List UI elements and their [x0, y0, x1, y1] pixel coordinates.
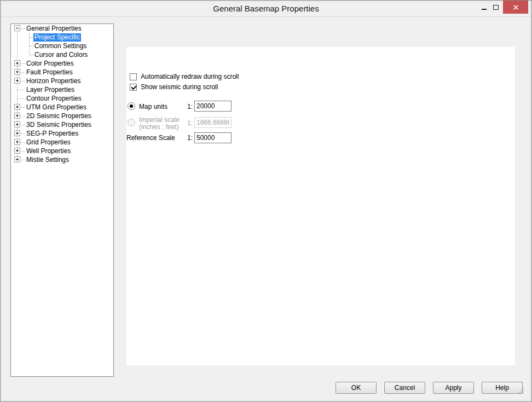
expand-icon[interactable] [14, 148, 20, 154]
tree-item-color-properties[interactable]: Color Properties [11, 59, 113, 68]
close-button[interactable] [503, 1, 528, 14]
properties-tree: General Properties Project Specific Comm… [11, 24, 113, 376]
resize-grip[interactable] [518, 388, 525, 394]
auto-redraw-checkbox[interactable] [130, 73, 137, 80]
auto-redraw-label: Automatically redraw during scroll [141, 73, 239, 80]
expand-icon[interactable] [14, 121, 20, 127]
tree-item-well-properties[interactable]: Well Properties [11, 147, 113, 155]
reference-scale-ratio-label: 1: [187, 134, 193, 142]
imperial-scale-radio [128, 119, 135, 126]
tree-item-common-settings[interactable]: Common Settings [11, 42, 113, 50]
close-icon [513, 4, 519, 10]
tree-item-layer-properties[interactable]: Layer Properties [11, 85, 113, 94]
reference-scale-input[interactable] [194, 132, 232, 143]
expand-icon[interactable] [14, 156, 20, 162]
imperial-scale-label: Imperial scale [139, 116, 180, 124]
tree-item-cursor-and-colors[interactable]: Cursor and Colors [11, 50, 113, 59]
reference-scale-label: Reference Scale [126, 134, 175, 142]
tree-item-fault-properties[interactable]: Fault Properties [11, 68, 113, 77]
expand-icon[interactable] [14, 104, 20, 110]
project-specific-settings-panel: Automatically redraw during scroll Show … [126, 47, 515, 365]
map-units-ratio-label: 1: [187, 103, 193, 110]
tree-item-general-properties[interactable]: General Properties [11, 24, 113, 33]
collapse-icon[interactable] [14, 25, 20, 31]
maximize-button[interactable] [490, 1, 502, 14]
help-button[interactable]: Help [482, 382, 523, 394]
apply-button[interactable]: Apply [433, 382, 474, 394]
tree-item-project-specific[interactable]: Project Specific [11, 33, 113, 42]
show-seismic-checkbox[interactable] [130, 84, 137, 91]
dialog-title: General Basemap Properties [1, 1, 531, 17]
map-units-label: Map units [139, 103, 167, 110]
tree-item-utm-grid-properties[interactable]: UTM Grid Properties [11, 103, 113, 112]
properties-tree-panel: General Properties Project Specific Comm… [10, 24, 114, 377]
ok-button[interactable]: OK [336, 382, 377, 394]
map-units-scale-input[interactable] [194, 101, 232, 112]
tree-item-3d-seismic-properties[interactable]: 3D Seismic Properties [11, 120, 113, 129]
tree-item-2d-seismic-properties[interactable]: 2D Seismic Properties [11, 112, 113, 120]
minimize-icon [482, 9, 487, 10]
expand-icon[interactable] [14, 60, 20, 66]
tree-item-grid-properties[interactable]: Grid Properties [11, 138, 113, 147]
auto-redraw-checkbox-row[interactable]: Automatically redraw during scroll [130, 73, 239, 80]
map-units-radio[interactable] [128, 102, 135, 110]
tree-item-horizon-properties[interactable]: Horizon Properties [11, 77, 113, 85]
minimize-button[interactable] [478, 1, 490, 14]
imperial-scale-ratio-label: 1: [187, 119, 193, 127]
maximize-icon [493, 5, 499, 10]
tree-item-mistie-settings[interactable]: Mistie Settings [11, 155, 113, 164]
tree-item-contour-properties[interactable]: Contour Properties [11, 94, 113, 103]
show-seismic-checkbox-row[interactable]: Show seismic during scroll [130, 83, 218, 91]
imperial-scale-input [194, 117, 232, 128]
imperial-scale-sublabel: (inches : feet) [139, 123, 179, 131]
show-seismic-label: Show seismic during scroll [141, 83, 218, 91]
title-bar[interactable]: General Basemap Properties [1, 1, 531, 17]
tree-item-seg-p-properties[interactable]: SEG-P Properties [11, 129, 113, 138]
expand-icon[interactable] [14, 113, 20, 119]
expand-icon[interactable] [14, 78, 20, 84]
expand-icon[interactable] [14, 139, 20, 145]
expand-icon[interactable] [14, 130, 20, 136]
general-basemap-properties-dialog: General Basemap Properties General Prope… [0, 0, 532, 402]
expand-icon[interactable] [14, 69, 20, 75]
cancel-button[interactable]: Cancel [384, 382, 425, 394]
